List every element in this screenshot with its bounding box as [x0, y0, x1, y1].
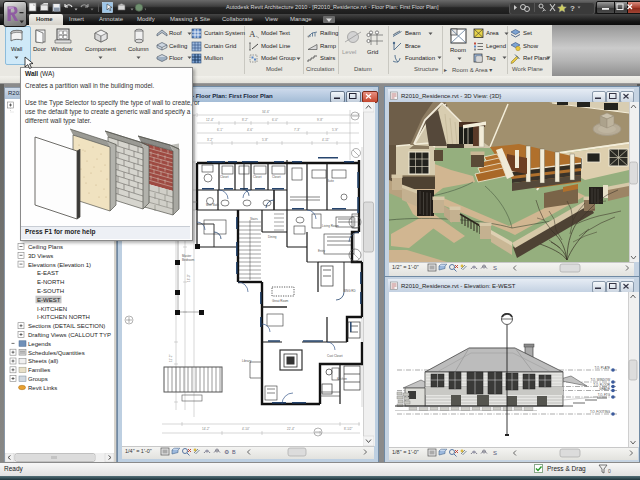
svg-text:­B: ­B — [232, 449, 236, 455]
svg-text:5'-8": 5'-8" — [262, 138, 268, 142]
svg-text:8'-1/2": 8'-1/2" — [344, 427, 352, 431]
svg-text:Kitchen: Kitchen — [337, 377, 347, 381]
svg-text:A: A — [249, 29, 256, 39]
svg-text:8'-2": 8'-2" — [242, 118, 248, 122]
svg-text:Ceiling Plans: Ceiling Plans — [28, 244, 63, 250]
svg-text:I-KITCHEN NORTH: I-KITCHEN NORTH — [37, 314, 90, 320]
svg-text:6'-0": 6'-0" — [272, 118, 278, 122]
svg-text:⚙: ⚙ — [224, 449, 229, 455]
svg-text:Bedroom: Bedroom — [182, 258, 195, 262]
svg-text:Legends: Legends — [28, 341, 51, 347]
svg-text:SNG RD: SNG RD — [344, 289, 357, 293]
svg-text:Elevations (Elevation 1): Elevations (Elevation 1) — [28, 262, 91, 268]
svg-text:3D Views: 3D Views — [28, 253, 53, 259]
svg-text:E-NORTH: E-NORTH — [37, 279, 64, 285]
svg-text:E-EAST: E-EAST — [37, 270, 59, 276]
svg-text:I-KITCHEN: I-KITCHEN — [37, 306, 67, 312]
svg-text:5'-9": 5'-9" — [332, 128, 338, 132]
svg-text:Schedules/Quantities: Schedules/Quantities — [28, 350, 85, 356]
svg-text:GRADE: GRADE — [599, 387, 610, 391]
svg-text:11'-2": 11'-2" — [169, 355, 173, 362]
svg-text:E-SOUTH: E-SOUTH — [37, 288, 64, 294]
svg-text:T.O. WINDOW: T.O. WINDOW — [591, 378, 611, 382]
svg-text:12'-4": 12'-4" — [206, 118, 214, 122]
svg-text:Cust Closet: Cust Closet — [327, 354, 343, 358]
svg-text:16'-3": 16'-3" — [187, 274, 191, 282]
svg-text:0: 0 — [608, 468, 611, 474]
svg-text:Revit Links: Revit Links — [28, 385, 57, 391]
svg-text:3'-2": 3'-2" — [207, 138, 213, 142]
svg-text:4'-10": 4'-10" — [242, 427, 250, 431]
svg-text:Suite: Suite — [327, 179, 334, 183]
svg-text:Living Room: Living Room — [322, 224, 339, 228]
svg-text:14'-2": 14'-2" — [202, 427, 210, 431]
svg-text:E-WEST: E-WEST — [37, 297, 61, 303]
svg-text:Dining: Dining — [268, 235, 277, 239]
svg-text:6'-1": 6'-1" — [217, 128, 223, 132]
svg-text:Entry: Entry — [318, 249, 326, 253]
svg-text:Drafting Views (CALLOUT TYP: Drafting Views (CALLOUT TYP — [28, 332, 111, 338]
svg-text:Closet: Closet — [220, 175, 229, 179]
svg-text:Mstr Bath: Mstr Bath — [206, 203, 219, 207]
svg-text:Families: Families — [28, 367, 50, 373]
svg-text:S: S — [493, 265, 497, 271]
svg-text:Stairs: Stairs — [250, 217, 258, 221]
svg-text:Groups: Groups — [28, 376, 48, 382]
svg-text:34'-6": 34'-6" — [262, 110, 270, 114]
svg-text:4'-11": 4'-11" — [322, 138, 329, 142]
svg-text:7'-3": 7'-3" — [294, 128, 300, 132]
svg-text:4'-6": 4'-6" — [247, 128, 253, 132]
svg-text:T.O. PLATE: T.O. PLATE — [594, 366, 610, 370]
svg-text:Sheets (all): Sheets (all) — [28, 358, 58, 364]
svg-text:Closet: Closet — [253, 175, 262, 179]
svg-text:Closet: Closet — [272, 175, 281, 179]
svg-text:Sections (DETAIL SECTION): Sections (DETAIL SECTION) — [28, 323, 105, 329]
svg-text:9'-8": 9'-8" — [317, 118, 323, 122]
svg-text:T.O. FOOTING: T.O. FOOTING — [590, 410, 611, 414]
svg-text:?: ? — [570, 4, 575, 13]
svg-text:Great Room: Great Room — [272, 299, 289, 303]
svg-text:S: S — [493, 450, 497, 456]
svg-text:22'-4": 22'-4" — [287, 427, 295, 431]
